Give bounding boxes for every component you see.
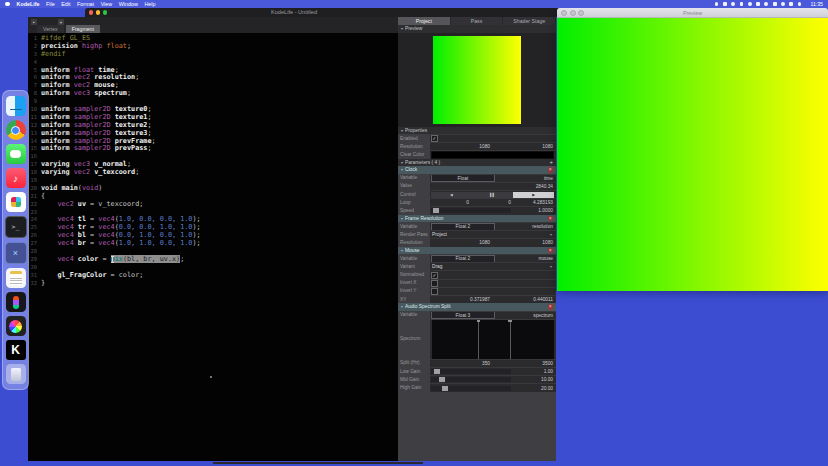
add-pass-button[interactable]: +	[58, 19, 64, 25]
terminal-icon[interactable]: >_	[5, 216, 27, 238]
value-field[interactable]: 2840.34	[430, 183, 555, 190]
value-field[interactable]: 0.440011	[493, 296, 555, 303]
record-icon[interactable]	[740, 2, 744, 6]
minimize-button[interactable]	[96, 10, 100, 14]
type-button[interactable]: Float	[431, 174, 495, 182]
checkbox[interactable]: ✓	[430, 271, 555, 278]
value-field[interactable]: 10.00	[513, 376, 555, 383]
tab-vertex[interactable]: Vertex	[37, 25, 64, 33]
output-zoom-button[interactable]	[578, 10, 584, 16]
menu-window[interactable]: Window	[119, 0, 138, 8]
checkbox-box[interactable]: ✓	[431, 135, 438, 142]
value-field[interactable]: 20.00	[513, 384, 555, 391]
slider-handle[interactable]	[433, 208, 439, 213]
value-field[interactable]: 1080	[430, 239, 492, 246]
section-header-frame-resolution[interactable]: ▾Frame Resolution×	[398, 215, 556, 223]
collapse-triangle-icon[interactable]: ▾	[401, 167, 403, 172]
main-window-titlebar[interactable]: KodeLife - Untitled	[85, 8, 560, 17]
remove-parameter-button[interactable]: ×	[548, 304, 554, 310]
pause-button[interactable]: ▌▌	[472, 192, 513, 198]
music-icon[interactable]: ♪	[6, 168, 26, 188]
menu-help[interactable]: Help	[144, 0, 155, 8]
menu-view[interactable]: View	[101, 0, 113, 8]
render3d-icon[interactable]: ×	[5, 242, 27, 264]
slider[interactable]	[431, 208, 511, 213]
tab-fragment[interactable]: Fragment	[66, 25, 100, 33]
code-lines[interactable]: #ifdef GL_ESprecision highp float;#endif…	[41, 35, 201, 288]
value-field[interactable]: 0.371987	[430, 296, 492, 303]
collapse-triangle-icon[interactable]: ▾	[401, 216, 403, 221]
menu-kodelife[interactable]: KodeLife	[17, 0, 40, 8]
section-header-clock[interactable]: ▾Clock×	[398, 166, 556, 174]
moon-icon[interactable]	[764, 2, 768, 6]
close-button[interactable]	[89, 10, 93, 14]
grid-icon[interactable]	[723, 2, 727, 6]
code-editor[interactable]: 1234567891011121314151617181920212223242…	[28, 33, 398, 461]
section-header-properties[interactable]: ▾Properties	[398, 127, 556, 135]
remove-parameter-button[interactable]: ×	[548, 216, 554, 222]
apple-logo-icon[interactable]	[5, 2, 10, 7]
value-field[interactable]: time	[497, 175, 555, 182]
screen-mirroring-icon[interactable]	[715, 2, 719, 6]
value-field[interactable]: 1080	[493, 143, 555, 150]
checkbox-box[interactable]	[431, 288, 438, 295]
slider-handle[interactable]	[442, 386, 448, 391]
value-field[interactable]: 1.00	[513, 368, 555, 375]
checkbox[interactable]	[430, 288, 555, 295]
value-field[interactable]: 0	[430, 199, 471, 206]
menu-format[interactable]: Format	[77, 0, 94, 8]
split-handle-low[interactable]	[478, 320, 479, 359]
color-swatch[interactable]	[431, 151, 554, 159]
wifi-icon[interactable]	[789, 2, 793, 6]
collapse-triangle-icon[interactable]: ▾	[401, 248, 403, 253]
slider-handle[interactable]	[439, 377, 445, 382]
checkbox-box[interactable]	[431, 280, 438, 287]
type-button[interactable]: Float 3	[431, 311, 495, 319]
value-field[interactable]: spectrum	[497, 312, 555, 319]
rewind-button[interactable]: ◀	[431, 192, 472, 198]
pass-tab-button[interactable]: ▪	[31, 19, 37, 25]
play-button[interactable]: ▶	[513, 192, 554, 198]
dropdown[interactable]: Project▾	[430, 231, 555, 238]
slider[interactable]	[431, 377, 511, 382]
spectrum-display[interactable]	[432, 320, 554, 359]
collapse-triangle-icon[interactable]: ▾	[401, 26, 403, 31]
collapse-triangle-icon[interactable]: ▾	[401, 304, 403, 309]
section-header-parameters-4[interactable]: ▾Parameters ( 4 )+	[398, 159, 556, 167]
output-minimize-button[interactable]	[570, 10, 576, 16]
battery-icon[interactable]	[781, 2, 785, 6]
messages-icon[interactable]	[6, 144, 26, 164]
chrome-icon[interactable]	[6, 120, 26, 140]
menu-edit[interactable]: Edit	[61, 0, 70, 8]
type-button[interactable]: Float 2	[431, 223, 495, 231]
add-parameter-button[interactable]: +	[549, 159, 553, 165]
output-close-button[interactable]	[561, 10, 567, 16]
tab-project[interactable]: Project	[398, 17, 451, 25]
slider-handle[interactable]	[434, 369, 440, 374]
meet-icon[interactable]	[731, 2, 735, 6]
value-field[interactable]: 0	[472, 199, 513, 206]
figma-icon[interactable]	[6, 292, 26, 312]
search-icon[interactable]	[798, 2, 802, 6]
output-titlebar[interactable]: Preview	[557, 8, 828, 18]
kodelife-icon[interactable]: K	[6, 340, 26, 360]
collapse-triangle-icon[interactable]: ▾	[401, 128, 403, 133]
checkbox[interactable]: ✓	[430, 135, 555, 142]
slider[interactable]	[431, 369, 511, 374]
globe-icon[interactable]	[756, 2, 760, 6]
slack-icon[interactable]	[6, 192, 26, 212]
section-header-preview[interactable]: ▾Preview	[398, 25, 556, 33]
section-header-audio-spectrum-split[interactable]: ▾Audio Spectrum Split×	[398, 303, 556, 311]
motion-icon[interactable]	[6, 316, 26, 336]
checkbox[interactable]	[430, 280, 555, 287]
collapse-triangle-icon[interactable]: ▾	[401, 160, 403, 165]
zoom-button[interactable]	[103, 10, 107, 14]
finder-icon[interactable]	[6, 96, 26, 116]
value-field[interactable]: mouse	[497, 255, 555, 262]
remove-parameter-button[interactable]: ×	[548, 167, 554, 173]
camera-icon[interactable]	[748, 2, 752, 6]
remove-parameter-button[interactable]: ×	[548, 248, 554, 254]
value-field[interactable]: 3500	[493, 360, 555, 367]
notes-icon[interactable]	[6, 268, 26, 288]
value-field[interactable]: resolution	[497, 223, 555, 230]
